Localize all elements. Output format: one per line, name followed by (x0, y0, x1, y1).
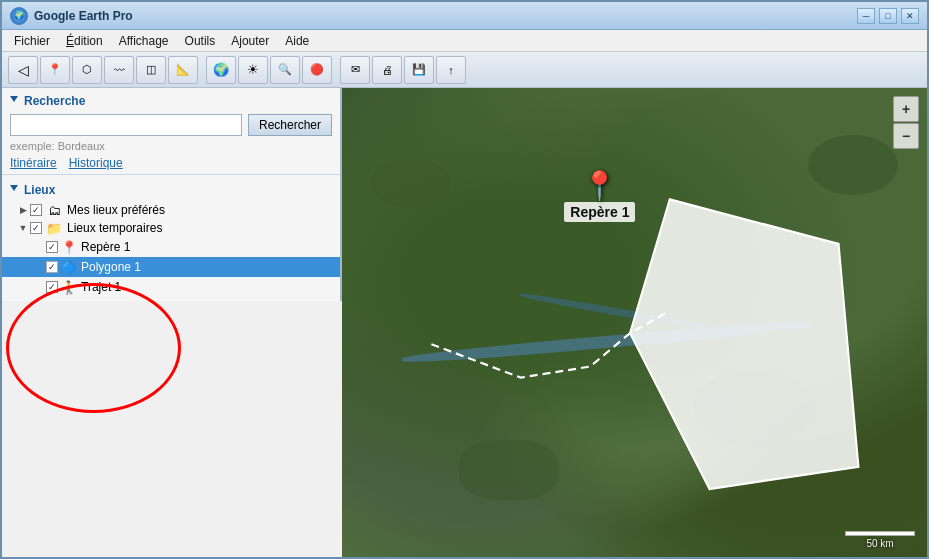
map-nav-controls: + − (893, 96, 919, 149)
history-link[interactable]: Historique (69, 156, 123, 170)
checkbox-polygone1[interactable] (46, 261, 58, 273)
overlay-button[interactable]: ◫ (136, 56, 166, 84)
zoom-in-button[interactable]: + (893, 96, 919, 122)
street-button[interactable]: 🔍 (270, 56, 300, 84)
scale-bar: 50 km (845, 531, 915, 549)
email-button[interactable]: ✉ (340, 56, 370, 84)
menu-outils[interactable]: Outils (177, 32, 224, 50)
trajet1-label: Trajet 1 (81, 280, 121, 294)
sky-button[interactable]: ☀ (238, 56, 268, 84)
search-title: Recherche (24, 94, 85, 108)
search-links: Itinéraire Historique (10, 156, 332, 170)
search-input[interactable] (10, 114, 242, 136)
app-window: 🌍 Google Earth Pro ─ □ ✕ Fichier Édition… (0, 0, 929, 559)
menu-bar: Fichier Édition Affichage Outils Ajouter… (2, 30, 927, 52)
search-row: Rechercher (10, 114, 332, 136)
toolbar: ◁ 📍 ⬡ 〰 ◫ 📐 🌍 ☀ 🔍 🔴 ✉ 🖨 💾 ↑ (2, 52, 927, 88)
checkbox-trajet1[interactable] (46, 281, 58, 293)
expand-temp[interactable]: ▼ (18, 223, 28, 233)
repere1-label: Repère 1 (81, 240, 130, 254)
places-collapse-icon (10, 185, 18, 195)
share-button[interactable]: ↑ (436, 56, 466, 84)
search-hint: exemple: Bordeaux (10, 140, 332, 152)
maximize-button[interactable]: □ (879, 8, 897, 24)
annotation-circle (6, 283, 181, 413)
placemark-button[interactable]: 📍 (40, 56, 70, 84)
menu-edition[interactable]: Édition (58, 32, 111, 50)
pin-marker: 📍 Repère 1 (564, 172, 635, 222)
polygone1-label: Polygone 1 (81, 260, 141, 274)
ruler-button[interactable]: 📐 (168, 56, 198, 84)
path-icon-trajet1: 🚶 (61, 279, 77, 295)
polygon-button[interactable]: ⬡ (72, 56, 102, 84)
itinerary-link[interactable]: Itinéraire (10, 156, 57, 170)
places-section: Lieux ▶ 🗂 Mes lieux préférés ▼ 📁 (2, 175, 340, 301)
tree-item-repere1[interactable]: ▶ 📍 Repère 1 (2, 237, 340, 257)
app-logo: 🌍 (10, 7, 28, 25)
menu-aide[interactable]: Aide (277, 32, 317, 50)
left-panel-wrapper: Recherche Rechercher exemple: Bordeaux I… (2, 88, 342, 557)
map-area[interactable]: 📍 Repère 1 + − 50 km (342, 88, 927, 557)
river-feature (401, 318, 810, 366)
menu-ajouter[interactable]: Ajouter (223, 32, 277, 50)
map-background: 📍 Repère 1 + − 50 km (342, 88, 927, 557)
folder-icon-temp: 📁 (45, 221, 63, 235)
left-panel: Recherche Rechercher exemple: Bordeaux I… (2, 88, 342, 301)
places-title: Lieux (24, 183, 55, 197)
menu-fichier[interactable]: Fichier (6, 32, 58, 50)
search-header: Recherche (10, 94, 332, 108)
folder-icon-favorites: 🗂 (45, 203, 63, 217)
search-collapse-icon (10, 96, 18, 106)
print-button[interactable]: 🖨 (372, 56, 402, 84)
title-bar: 🌍 Google Earth Pro ─ □ ✕ (2, 2, 927, 30)
search-button[interactable]: Rechercher (248, 114, 332, 136)
temp-label: Lieux temporaires (67, 221, 162, 235)
search-section: Recherche Rechercher exemple: Bordeaux I… (2, 88, 340, 175)
close-button[interactable]: ✕ (901, 8, 919, 24)
mars-button[interactable]: 🔴 (302, 56, 332, 84)
checkbox-favorites[interactable] (30, 204, 42, 216)
zoom-out-button[interactable]: − (893, 123, 919, 149)
favorites-label: Mes lieux préférés (67, 203, 165, 217)
places-header: Lieux (2, 179, 340, 201)
checkbox-repere1[interactable] (46, 241, 58, 253)
app-title: Google Earth Pro (34, 9, 133, 23)
save-button[interactable]: 💾 (404, 56, 434, 84)
window-controls: ─ □ ✕ (857, 8, 919, 24)
tree-item-favorites[interactable]: ▶ 🗂 Mes lieux préférés (2, 201, 340, 219)
river-feature-2 (519, 292, 751, 340)
path-button[interactable]: 〰 (104, 56, 134, 84)
menu-affichage[interactable]: Affichage (111, 32, 177, 50)
pin-label: Repère 1 (564, 202, 635, 222)
tree-item-trajet1[interactable]: ▶ 🚶 Trajet 1 (2, 277, 340, 297)
back-button[interactable]: ◁ (8, 56, 38, 84)
pin-icon: 📍 (582, 172, 617, 200)
placemark-icon-repere1: 📍 (61, 239, 77, 255)
polygon-icon-polygone1: 🔷 (61, 259, 77, 275)
tree-item-temp[interactable]: ▼ 📁 Lieux temporaires (2, 219, 340, 237)
expand-favorites[interactable]: ▶ (18, 205, 28, 215)
tree-item-polygone1[interactable]: ▶ 🔷 Polygone 1 (2, 257, 340, 277)
checkbox-temp[interactable] (30, 222, 42, 234)
minimize-button[interactable]: ─ (857, 8, 875, 24)
main-area: Recherche Rechercher exemple: Bordeaux I… (2, 88, 927, 557)
earth-button[interactable]: 🌍 (206, 56, 236, 84)
